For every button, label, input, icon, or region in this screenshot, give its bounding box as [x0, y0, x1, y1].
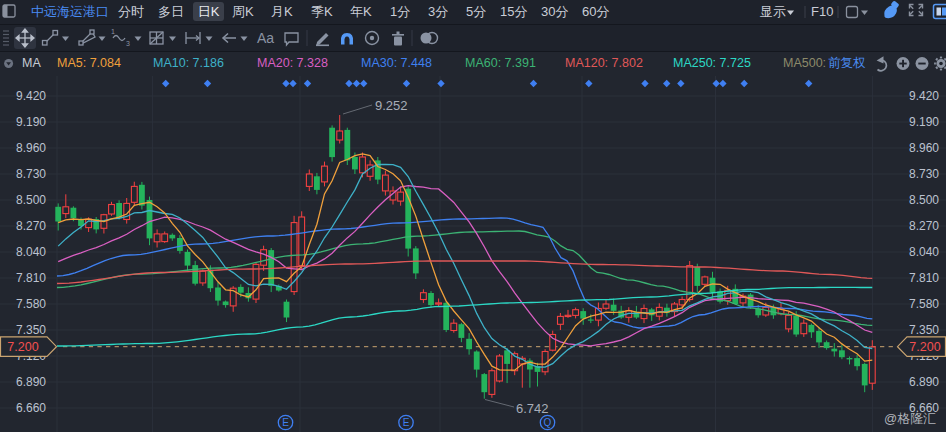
svg-text:6.742: 6.742 [516, 401, 549, 416]
svg-text:8.960: 8.960 [16, 141, 46, 155]
svg-text:@格隆汇: @格隆汇 [884, 411, 936, 426]
svg-text:7.810: 7.810 [909, 271, 939, 285]
svg-text:8.040: 8.040 [16, 245, 46, 259]
svg-text:3: 3 [126, 40, 130, 47]
svg-text:Q: Q [544, 417, 552, 428]
svg-text:7.810: 7.810 [16, 271, 46, 285]
svg-text:6.660: 6.660 [16, 401, 46, 415]
svg-text:6.890: 6.890 [909, 375, 939, 389]
svg-text:7.580: 7.580 [16, 297, 46, 311]
svg-text:8.500: 8.500 [909, 193, 939, 207]
svg-text:9.252: 9.252 [375, 98, 408, 113]
svg-text:9.420: 9.420 [909, 89, 939, 103]
svg-text:9.420: 9.420 [16, 89, 46, 103]
svg-text:8.040: 8.040 [909, 245, 939, 259]
svg-text:9.190: 9.190 [16, 115, 46, 129]
svg-text:7.200: 7.200 [7, 340, 38, 354]
svg-text:E: E [282, 417, 289, 428]
svg-text:E: E [403, 417, 410, 428]
svg-text:Aa: Aa [257, 30, 274, 46]
svg-text:7.200: 7.200 [909, 340, 940, 354]
svg-text:7.350: 7.350 [909, 323, 939, 337]
svg-text:8.960: 8.960 [909, 141, 939, 155]
svg-text:9.190: 9.190 [909, 115, 939, 129]
svg-text:8.730: 8.730 [909, 167, 939, 181]
svg-text:7.350: 7.350 [16, 323, 46, 337]
svg-text:8.270: 8.270 [16, 219, 46, 233]
svg-text:6.890: 6.890 [16, 375, 46, 389]
svg-text:8.730: 8.730 [16, 167, 46, 181]
svg-text:7.580: 7.580 [909, 297, 939, 311]
svg-text:1: 1 [111, 28, 115, 35]
svg-text:8.500: 8.500 [16, 193, 46, 207]
svg-text:8.270: 8.270 [909, 219, 939, 233]
